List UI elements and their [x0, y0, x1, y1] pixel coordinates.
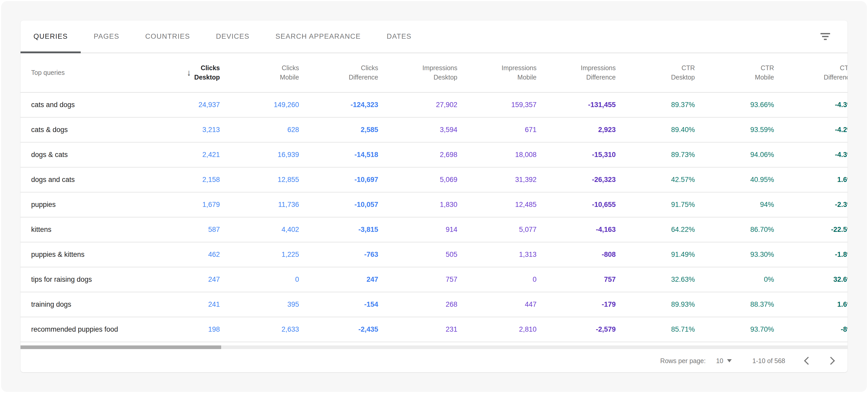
- clicks-mobile-cell: 4,402: [220, 217, 299, 242]
- impressions-desktop-cell: 3,594: [378, 117, 457, 142]
- column-header-top-queries: Top queries: [21, 53, 141, 92]
- ctr-difference-cell: -2.3%: [774, 192, 847, 217]
- query-cell[interactable]: cats & dogs: [21, 117, 141, 142]
- clicks-desktop-cell: 2,421: [141, 142, 220, 167]
- clicks-mobile-cell: 1,225: [220, 242, 299, 267]
- clicks-difference-cell: -763: [299, 242, 378, 267]
- clicks-desktop-cell: 1,679: [141, 192, 220, 217]
- rows-per-page-label: Rows per page:: [660, 357, 706, 365]
- ctr-desktop-cell: 32.63%: [616, 267, 695, 292]
- query-cell[interactable]: dogs & cats: [21, 142, 141, 167]
- clicks-difference-cell: -10,697: [299, 167, 378, 192]
- impressions-mobile-cell: 18,008: [457, 142, 536, 167]
- ctr-desktop-cell: 89.40%: [616, 117, 695, 142]
- impressions-difference-cell: -808: [536, 242, 616, 267]
- clicks-difference-cell: -3,815: [299, 217, 378, 242]
- rows-per-page-select[interactable]: 10: [716, 357, 732, 365]
- table-row[interactable]: cats and dogs 24,937 149,260 -124,323 27…: [21, 92, 847, 117]
- tab-dates[interactable]: DATES: [374, 21, 425, 53]
- table-row[interactable]: recommended puppies food 198 2,633 -2,43…: [21, 317, 847, 342]
- impressions-desktop-cell: 914: [378, 217, 457, 242]
- ctr-difference-cell: 1.6%: [774, 292, 847, 317]
- horizontal-scrollbar-thumb[interactable]: [21, 345, 221, 349]
- table-row[interactable]: puppies & kittens 462 1,225 -763 505 1,3…: [21, 242, 847, 267]
- filter-button[interactable]: [817, 29, 833, 45]
- column-header-clicks-difference[interactable]: ClicksDifference: [299, 53, 378, 92]
- column-header-ctr-desktop[interactable]: CTRDesktop: [616, 53, 695, 92]
- impressions-desktop-cell: 27,902: [378, 92, 457, 117]
- table-row[interactable]: training dogs 241 395 -154 268 447 -179 …: [21, 292, 847, 317]
- ctr-desktop-cell: 89.37%: [616, 92, 695, 117]
- clicks-difference-cell: 247: [299, 267, 378, 292]
- ctr-difference-cell: -8%: [774, 317, 847, 342]
- query-cell[interactable]: kittens: [21, 217, 141, 242]
- tab-search-appearance[interactable]: SEARCH APPEARANCE: [262, 21, 374, 53]
- column-header-impressions-difference[interactable]: ImpressionsDifference: [536, 53, 616, 92]
- column-header-impressions-mobile[interactable]: ImpressionsMobile: [457, 53, 536, 92]
- column-header-clicks-desktop[interactable]: ↓ ClicksDesktop: [141, 53, 220, 92]
- query-cell[interactable]: dogs and cats: [21, 167, 141, 192]
- table-row[interactable]: puppies 1,679 11,736 -10,057 1,830 12,48…: [21, 192, 847, 217]
- horizontal-scrollbar-track[interactable]: [21, 345, 847, 349]
- clicks-mobile-cell: 149,260: [220, 92, 299, 117]
- tab-pages[interactable]: PAGES: [81, 21, 132, 53]
- table-row[interactable]: tips for raising dogs 247 0 247 757 0 75…: [21, 267, 847, 292]
- impressions-desktop-cell: 2,698: [378, 142, 457, 167]
- impressions-difference-cell: -2,579: [536, 317, 616, 342]
- next-page-button[interactable]: [826, 355, 838, 367]
- ctr-mobile-cell: 40.95%: [695, 167, 774, 192]
- clicks-difference-cell: -10,057: [299, 192, 378, 217]
- clicks-mobile-cell: 395: [220, 292, 299, 317]
- column-header-ctr-mobile[interactable]: CTRMobile: [695, 53, 774, 92]
- ctr-mobile-cell: 93.59%: [695, 117, 774, 142]
- ctr-difference-cell: -4.3%: [774, 142, 847, 167]
- impressions-difference-cell: -15,310: [536, 142, 616, 167]
- ctr-desktop-cell: 42.57%: [616, 167, 695, 192]
- column-header-ctr-difference[interactable]: CTRDifference: [774, 53, 847, 92]
- impressions-desktop-cell: 1,830: [378, 192, 457, 217]
- page-background: QUERIES PAGES COUNTRIES DEVICES SEARCH A…: [1, 1, 867, 392]
- table-row[interactable]: dogs & cats 2,421 16,939 -14,518 2,698 1…: [21, 142, 847, 167]
- ctr-mobile-cell: 94%: [695, 192, 774, 217]
- ctr-desktop-cell: 89.73%: [616, 142, 695, 167]
- query-cell[interactable]: cats and dogs: [21, 92, 141, 117]
- clicks-mobile-cell: 0: [220, 267, 299, 292]
- ctr-mobile-cell: 0%: [695, 267, 774, 292]
- query-cell[interactable]: tips for raising dogs: [21, 267, 141, 292]
- column-header-impressions-desktop[interactable]: ImpressionsDesktop: [378, 53, 457, 92]
- impressions-mobile-cell: 12,485: [457, 192, 536, 217]
- ctr-desktop-cell: 85.71%: [616, 317, 695, 342]
- query-cell[interactable]: training dogs: [21, 292, 141, 317]
- impressions-desktop-cell: 268: [378, 292, 457, 317]
- clicks-desktop-cell: 24,937: [141, 92, 220, 117]
- table-row[interactable]: kittens 587 4,402 -3,815 914 5,077 -4,16…: [21, 217, 847, 242]
- clicks-mobile-cell: 2,633: [220, 317, 299, 342]
- query-cell[interactable]: recommended puppies food: [21, 317, 141, 342]
- ctr-mobile-cell: 86.70%: [695, 217, 774, 242]
- table-header-row: Top queries ↓ ClicksDesktop ClicksMobile…: [21, 53, 847, 92]
- impressions-mobile-cell: 671: [457, 117, 536, 142]
- query-cell[interactable]: puppies: [21, 192, 141, 217]
- clicks-desktop-cell: 587: [141, 217, 220, 242]
- clicks-mobile-cell: 16,939: [220, 142, 299, 167]
- previous-page-button[interactable]: [801, 355, 813, 367]
- tab-devices[interactable]: DEVICES: [203, 21, 262, 53]
- impressions-desktop-cell: 757: [378, 267, 457, 292]
- clicks-desktop-cell: 3,213: [141, 117, 220, 142]
- ctr-mobile-cell: 93.30%: [695, 242, 774, 267]
- query-cell[interactable]: puppies & kittens: [21, 242, 141, 267]
- clicks-desktop-cell: 247: [141, 267, 220, 292]
- clicks-difference-cell: -124,323: [299, 92, 378, 117]
- table-row[interactable]: cats & dogs 3,213 628 2,585 3,594 671 2,…: [21, 117, 847, 142]
- impressions-difference-cell: -10,655: [536, 192, 616, 217]
- impressions-desktop-cell: 5,069: [378, 167, 457, 192]
- clicks-mobile-cell: 12,855: [220, 167, 299, 192]
- column-header-clicks-mobile[interactable]: ClicksMobile: [220, 53, 299, 92]
- tab-countries[interactable]: COUNTRIES: [132, 21, 203, 53]
- pagination-buttons: [801, 355, 838, 367]
- impressions-difference-cell: -131,455: [536, 92, 616, 117]
- tab-queries[interactable]: QUERIES: [21, 21, 81, 53]
- impressions-mobile-cell: 159,357: [457, 92, 536, 117]
- table-row[interactable]: dogs and cats 2,158 12,855 -10,697 5,069…: [21, 167, 847, 192]
- ctr-desktop-cell: 91.75%: [616, 192, 695, 217]
